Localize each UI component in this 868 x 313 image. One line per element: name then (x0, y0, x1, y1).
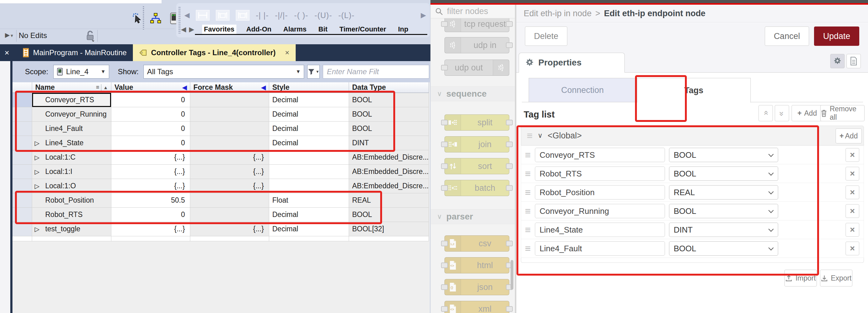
row-selector[interactable] (12, 208, 32, 222)
cell-name[interactable]: Line4_Fault (32, 122, 111, 136)
cell-force-mask[interactable]: {...} (190, 165, 269, 179)
cell-value[interactable]: 0 (111, 107, 190, 121)
output-port[interactable] (506, 42, 513, 48)
cell-data-type[interactable]: REAL (349, 193, 429, 207)
header-name[interactable]: Name ≡ ▲ (32, 82, 111, 93)
table-row[interactable]: ▷Local:1:I {...} {...} AB:Embedded_Discr… (12, 165, 429, 179)
cell-force-mask[interactable] (190, 193, 269, 207)
cell-style[interactable]: Decimal (269, 222, 349, 236)
cell-value[interactable]: {...} (111, 150, 190, 164)
cell-force-mask[interactable] (190, 122, 269, 136)
tabs-left-icon[interactable]: ◀ (181, 26, 186, 33)
xic-instruction[interactable]: -| |- (256, 11, 269, 20)
network-browse-icon[interactable] (149, 12, 162, 25)
table-row[interactable]: ▷Line4_State 0 Decimal DINT (12, 136, 429, 150)
cancel-button[interactable]: Cancel (765, 27, 809, 46)
output-port[interactable] (506, 142, 513, 147)
input-port[interactable] (441, 163, 448, 169)
node-help-icon-button[interactable] (846, 54, 861, 68)
sort-asc-icon[interactable]: ▲ (103, 85, 108, 90)
update-button[interactable]: Update (814, 27, 859, 46)
lock-icon[interactable] (85, 31, 95, 43)
tag-type-select[interactable]: REAL (669, 185, 778, 199)
table-row[interactable]: ▷Local:1:O {...} {...} AB:Embedded_Discr… (12, 179, 429, 193)
move-down-button[interactable]: » (775, 105, 789, 121)
palette-node-sort[interactable]: sort (444, 158, 509, 174)
breadcrumb-parent[interactable]: Edit eth-ip in node (524, 9, 592, 19)
remove-tag-button[interactable]: × (845, 204, 859, 218)
tag-type-select[interactable]: BOOL (669, 148, 778, 162)
expand-icon[interactable]: ▷ (35, 225, 39, 233)
close-tab-icon[interactable]: × (285, 48, 289, 57)
palette-section-sequence[interactable]: ∨ sequence (431, 86, 515, 101)
scroll-right-icon[interactable]: ▶ (421, 11, 426, 19)
cell-name[interactable]: ▷Line4_State (32, 136, 111, 150)
cell-force-mask[interactable]: {...} (190, 150, 269, 164)
cell-style[interactable] (269, 165, 349, 179)
cell-data-type[interactable]: BOOL (349, 208, 429, 222)
cell-style[interactable] (269, 150, 349, 164)
tag-name-input[interactable] (535, 241, 665, 256)
drag-handle-icon[interactable]: ≡ (525, 206, 531, 217)
tag-name-input[interactable] (535, 185, 665, 199)
row-selector[interactable] (12, 179, 32, 193)
cell-value[interactable]: 0 (111, 93, 190, 107)
input-port[interactable] (441, 21, 448, 27)
show-select[interactable]: All Tags ▼ (144, 65, 304, 79)
cell-name[interactable]: ▷Local:1:O (32, 179, 111, 193)
drag-handle-icon[interactable]: ≡ (525, 224, 531, 236)
row-selector[interactable] (12, 93, 32, 107)
cell-style[interactable]: Decimal (269, 136, 349, 150)
cell-data-type[interactable]: BOOL (349, 107, 429, 121)
drag-handle-icon[interactable]: ≡ (525, 168, 531, 180)
ote-instruction[interactable]: -( )- (294, 11, 308, 20)
input-port[interactable] (441, 142, 448, 147)
scroll-left-icon[interactable]: ◀ (184, 11, 190, 19)
cell-value[interactable]: {...} (111, 222, 190, 236)
move-up-button[interactable]: » (758, 105, 773, 121)
add-tag-button[interactable]: + Add (792, 105, 823, 121)
tab-tags[interactable]: Tags (637, 78, 751, 102)
branch-level-icon[interactable] (236, 10, 249, 21)
tag-group-global[interactable]: ≡ ∨ <Global> + Add (521, 126, 864, 146)
palette-node-udp-in[interactable]: udp in (444, 37, 509, 53)
scope-select[interactable]: Line_4 ▼ (53, 65, 109, 79)
cell-value[interactable]: {...} (111, 179, 190, 193)
rung-icon[interactable] (196, 10, 210, 21)
palette-node-xml[interactable]: <> xml (444, 301, 509, 313)
palette-node-html[interactable]: <> html (444, 257, 509, 273)
tag-name-input[interactable] (535, 204, 665, 218)
cell-name[interactable]: ▷Local:1:C (32, 150, 111, 164)
tab-properties[interactable]: Properties (519, 53, 625, 73)
cell-force-mask[interactable] (190, 93, 269, 107)
palette-node-udp-out[interactable]: udp out (444, 60, 509, 76)
expand-icon[interactable]: ▷ (35, 182, 39, 190)
cell-value[interactable]: 0 (111, 122, 190, 136)
cell-value[interactable]: 0 (111, 136, 190, 150)
tab-input[interactable]: Inp (396, 25, 410, 34)
output-port[interactable] (506, 185, 513, 191)
table-row[interactable]: Conveyor_Running 0 Decimal BOOL (12, 107, 429, 122)
branch-icon[interactable] (216, 10, 229, 21)
cell-style[interactable]: Decimal (269, 122, 349, 136)
table-row[interactable]: Conveyor_RTS 0 Decimal BOOL (12, 93, 429, 107)
palette-node-batch[interactable]: batch (444, 180, 509, 196)
cell-force-mask[interactable]: {...} (190, 179, 269, 193)
table-row[interactable]: Line4_Fault 0 Decimal BOOL (12, 122, 429, 136)
cell-data-type[interactable]: BOOL[32] (349, 222, 429, 236)
drag-handle-icon[interactable]: ≡ (525, 243, 531, 254)
table-row[interactable]: Robot_RTS 0 Decimal BOOL (12, 208, 429, 222)
cell-data-type[interactable]: AB:Embedded_Discre... (349, 179, 429, 193)
cell-data-type[interactable]: DINT (349, 136, 429, 150)
drag-handle-icon[interactable]: ≡ (525, 149, 531, 161)
remove-tag-button[interactable]: × (845, 242, 859, 255)
verify-dropdown-button[interactable]: ▶▼ (5, 31, 16, 40)
name-filter-input[interactable] (323, 65, 429, 79)
remove-tag-button[interactable]: × (845, 186, 859, 199)
palette-node-split[interactable]: split (444, 115, 509, 131)
table-row[interactable]: ▷test_toggle {...} {...} Decimal BOOL[32… (12, 222, 429, 236)
cell-style[interactable]: Decimal (269, 93, 349, 107)
remove-all-button[interactable]: Remove all (820, 105, 865, 121)
output-port[interactable] (506, 163, 513, 169)
output-port[interactable] (506, 21, 513, 27)
